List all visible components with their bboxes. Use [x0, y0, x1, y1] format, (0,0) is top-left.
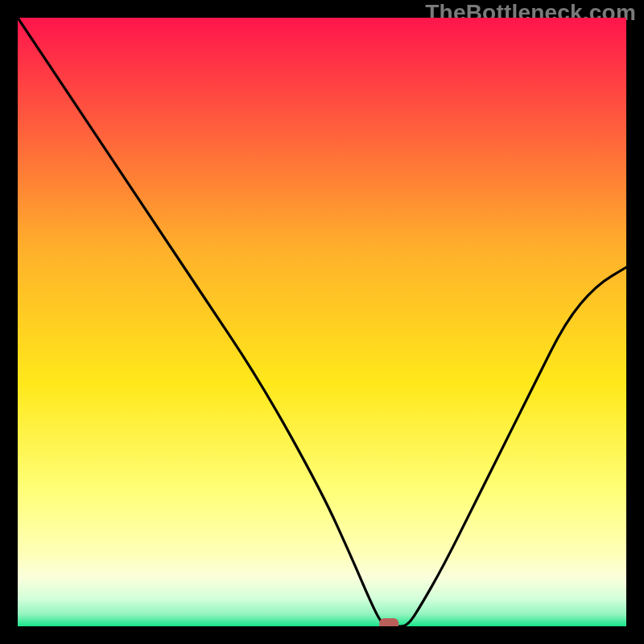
gradient-background	[18, 18, 626, 626]
chart-frame: TheBottleneck.com	[0, 0, 644, 644]
plot-area	[18, 18, 626, 626]
plot-svg	[18, 18, 626, 626]
optimal-point-marker	[379, 618, 398, 626]
